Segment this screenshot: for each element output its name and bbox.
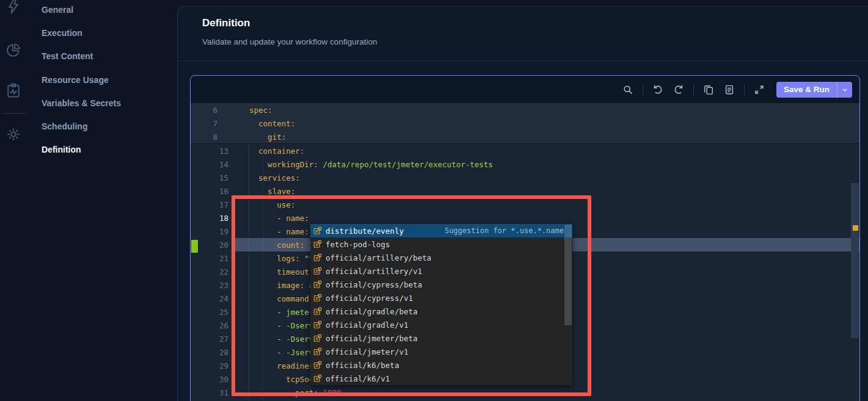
line-content: spec: — [242, 106, 272, 115]
nav-item-variables-secrets[interactable]: Variables & Secrets — [42, 97, 121, 109]
toolbar-separator — [643, 84, 643, 95]
line-number: 15 — [191, 173, 242, 182]
line-number: 21 — [191, 254, 242, 263]
snippet-icon — [313, 226, 322, 235]
suggestion-label: official/cypress/beta — [326, 280, 422, 289]
nav-item-execution[interactable]: Execution — [42, 27, 82, 39]
suggestion-item[interactable]: official/artillery/v1 — [310, 264, 572, 278]
snippet-icon — [313, 253, 322, 262]
code-line-17[interactable]: 17 use: — [191, 198, 859, 211]
nav-item-test-content[interactable]: Test Content — [42, 50, 93, 62]
autocomplete-popup: distribute/evenly Suggestion for *.use.*… — [310, 224, 572, 385]
suggestion-item[interactable]: official/gradle/beta — [310, 305, 572, 318]
test-results-icon[interactable] — [5, 82, 22, 99]
line-content: slave: — [242, 187, 295, 196]
page-header: Definition Validate and update your work… — [178, 7, 868, 61]
line-content: image: a — [242, 281, 313, 290]
suggestion-item[interactable]: official/gradle/v1 — [310, 318, 572, 331]
chevron-down-icon[interactable] — [837, 82, 852, 98]
suggestion-label: official/artillery/beta — [326, 253, 431, 262]
suggestion-label: official/artillery/v1 — [326, 267, 422, 276]
redo-icon[interactable] — [673, 84, 685, 96]
line-number: 29 — [191, 361, 242, 370]
line-content: - jmeter — [242, 308, 313, 317]
nav-item-resource-usage[interactable]: Resource Usage — [42, 74, 109, 86]
pie-chart-icon[interactable] — [5, 42, 22, 59]
line-number: 18 — [191, 214, 242, 223]
suggestion-item[interactable]: official/cypress/v1 — [310, 291, 572, 305]
line-content: - name: — [242, 227, 313, 236]
suggestion-item[interactable]: official/k6/v1 — [310, 372, 572, 385]
code-line-8[interactable]: 8 git: — [191, 130, 859, 143]
page-title: Definition — [202, 17, 250, 29]
code-line-16[interactable]: 16 slave: — [191, 184, 859, 198]
line-number: 31 — [191, 388, 242, 397]
suggestion-item[interactable]: official/cypress/beta — [310, 278, 572, 291]
line-number: 16 — [191, 187, 242, 196]
popup-scrollbar[interactable] — [564, 225, 572, 325]
line-number: 13 — [191, 146, 242, 156]
suggestion-label: official/jmeter/beta — [326, 334, 418, 343]
line-number: 28 — [191, 348, 242, 357]
code-line-15[interactable]: 15 services: — [191, 171, 859, 184]
suggestion-label: official/k6/v1 — [326, 374, 390, 383]
line-content: logs: "t — [242, 254, 313, 263]
editor-toolbar: Save & Run — [191, 76, 859, 103]
nav-item-definition[interactable]: Definition — [42, 143, 81, 156]
settings-icon[interactable] — [5, 126, 22, 143]
snippet-icon — [313, 294, 322, 302]
code-line-7[interactable]: 7 content: — [191, 117, 859, 130]
line-content: use: — [242, 200, 295, 209]
suggestion-label: official/k6/beta — [326, 361, 399, 370]
line-number: 19 — [191, 227, 242, 236]
suggestion-label: fetch-pod-logs — [326, 240, 390, 249]
code-line-18[interactable]: 18 - name: — [191, 211, 859, 225]
line-content: - name: — [242, 214, 313, 223]
paste-icon[interactable] — [723, 84, 735, 96]
snippet-icon — [313, 374, 322, 383]
line-content: workingDir: /data/repo/test/jmeter/execu… — [242, 160, 493, 169]
line-content: - -Jserv — [242, 348, 313, 357]
line-content: port: 1099 — [242, 388, 341, 397]
line-number: 17 — [191, 200, 242, 209]
nav-item-scheduling[interactable]: Scheduling — [42, 120, 87, 132]
icon-rail — [0, 0, 27, 401]
save-and-run-label[interactable]: Save & Run — [776, 82, 837, 98]
editor-scrollbar[interactable] — [851, 183, 859, 338]
undo-icon[interactable] — [652, 84, 664, 96]
fullscreen-icon[interactable] — [753, 84, 765, 96]
code-line-13[interactable]: 13 container: — [191, 144, 859, 157]
line-number: 14 — [191, 160, 242, 169]
modified-line-marker — [191, 240, 198, 253]
code-line-31[interactable]: 31 port: 1099 — [191, 386, 859, 399]
suggestion-item[interactable]: official/k6/beta — [310, 358, 572, 372]
snippet-icon — [313, 347, 322, 356]
code-line-6[interactable]: 6 spec: — [191, 103, 859, 117]
snippet-icon — [313, 320, 322, 329]
suggestion-item[interactable]: fetch-pod-logs — [310, 237, 572, 251]
suggestion-item[interactable]: official/artillery/beta — [310, 251, 572, 264]
copy-icon[interactable] — [702, 84, 715, 96]
suggestion-item[interactable]: official/jmeter/beta — [310, 331, 572, 345]
line-content: container: — [242, 146, 304, 156]
line-number: 6 — [191, 106, 242, 115]
snippet-icon — [313, 240, 322, 248]
line-content: readines — [242, 361, 313, 370]
line-content: - -Dserv — [242, 321, 313, 330]
save-and-run-button[interactable]: Save & Run — [776, 82, 852, 98]
snippet-icon — [313, 267, 322, 275]
search-icon[interactable] — [622, 84, 634, 96]
nav-item-general[interactable]: General — [42, 4, 73, 16]
suggestion-item-distribute-evenly[interactable]: distribute/evenly Suggestion for *.use.*… — [310, 224, 572, 237]
code-line-14[interactable]: 14 workingDir: /data/repo/test/jmeter/ex… — [191, 157, 859, 171]
toolbar-separator — [744, 84, 745, 95]
overview-ruler-modified-marker — [853, 225, 858, 231]
rail-divider — [2, 113, 26, 114]
lightning-icon[interactable] — [5, 0, 22, 15]
line-number: 20 — [191, 240, 242, 250]
line-content: command: — [242, 294, 313, 303]
suggestion-label: official/jmeter/v1 — [326, 347, 408, 356]
sticky-scroll: 6 spec: 7 content: 8 git: — [191, 103, 859, 144]
line-number: 26 — [191, 321, 242, 330]
suggestion-item[interactable]: official/jmeter/v1 — [310, 345, 572, 358]
